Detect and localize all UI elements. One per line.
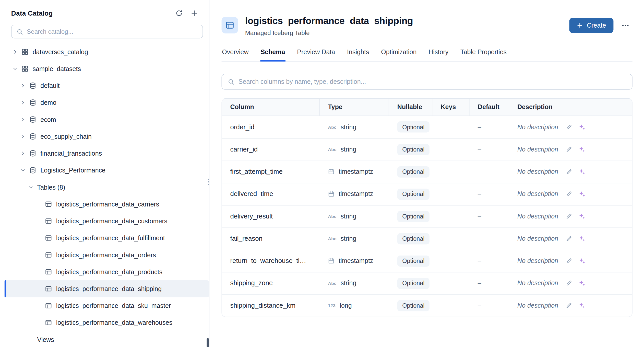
ai-generate-description-button[interactable] xyxy=(578,123,586,131)
type-label: timestamptz xyxy=(339,190,373,198)
catalog-search xyxy=(11,25,203,38)
ai-generate-description-button[interactable] xyxy=(578,235,586,242)
cell-description: No description xyxy=(509,146,632,153)
column-header-nullable: Nullable xyxy=(389,99,433,115)
type-label: timestamptz xyxy=(339,257,373,265)
sparkle-icon xyxy=(579,169,586,175)
refresh-icon xyxy=(175,9,183,17)
edit-description-button[interactable] xyxy=(565,257,573,265)
database-icon xyxy=(29,82,36,89)
pencil-icon xyxy=(566,169,572,175)
table-row-order-id: order_idAbcstringOptional–No description xyxy=(222,116,632,138)
catalog-search-input[interactable] xyxy=(27,28,198,35)
chevron-right-icon xyxy=(20,100,26,105)
tree-item-sample-datasets[interactable]: sample_datasets xyxy=(5,60,209,77)
ai-generate-description-button[interactable] xyxy=(578,213,586,220)
tree-item-demo[interactable]: demo xyxy=(5,94,209,111)
column-header-keys: Keys xyxy=(432,99,469,115)
tree-item-logistics-performance-data-fulfillment[interactable]: logistics_performance_data_fulfillment xyxy=(5,229,209,246)
add-catalog-button[interactable] xyxy=(190,9,198,17)
edit-description-button[interactable] xyxy=(565,302,573,309)
tree-item-ecom[interactable]: ecom xyxy=(5,111,209,128)
tree-item-tables-8[interactable]: Tables (8) xyxy=(5,179,209,196)
description-text: No description xyxy=(517,213,558,220)
tab-table-properties[interactable]: Table Properties xyxy=(460,44,507,61)
tree-item-label: eco_supply_chain xyxy=(40,133,91,140)
edit-description-button[interactable] xyxy=(565,123,573,131)
cell-description: No description xyxy=(509,213,632,220)
pencil-icon xyxy=(566,280,572,287)
nullable-badge: Optional xyxy=(397,144,430,155)
tree-item-logistics-performance-data-products[interactable]: logistics_performance_data_products xyxy=(5,263,209,280)
tree-item-logistics-performance-data-warehouses[interactable]: logistics_performance_data_warehouses xyxy=(5,314,209,331)
type-label: long xyxy=(340,302,352,309)
tree-item-logistics-performance-data-customers[interactable]: logistics_performance_data_customers xyxy=(5,213,209,229)
database-icon xyxy=(29,116,36,123)
catalog-icon xyxy=(21,48,28,55)
database-icon xyxy=(29,150,36,157)
tree-item-default[interactable]: default xyxy=(5,77,209,94)
edit-description-button[interactable] xyxy=(565,213,573,220)
tree-item-logistics-performance-data-sku-master[interactable]: logistics_performance_data_sku_master xyxy=(5,297,209,314)
tree-item-eco-supply-chain[interactable]: eco_supply_chain xyxy=(5,128,209,145)
tree-item-label: default xyxy=(40,82,59,89)
tab-history[interactable]: History xyxy=(428,44,449,61)
tree-item-logistics-performance-data-orders[interactable]: logistics_performance_data_orders xyxy=(5,247,209,263)
cell-nullable: Optional xyxy=(389,121,433,133)
description-text: No description xyxy=(517,280,558,287)
type-label: string xyxy=(341,235,356,242)
more-options-button[interactable] xyxy=(618,18,633,32)
page-subtitle: Managed Iceberg Table xyxy=(245,29,413,36)
refresh-button[interactable] xyxy=(175,9,183,17)
tab-overview[interactable]: Overview xyxy=(222,44,249,61)
cell-type: Abcstring xyxy=(320,280,389,287)
column-header-column: Column xyxy=(222,99,320,115)
tab-insights[interactable]: Insights xyxy=(347,44,370,61)
cell-type: Abcstring xyxy=(320,146,389,153)
tree-item-label: demo xyxy=(40,99,56,106)
create-button[interactable]: Create xyxy=(569,18,613,33)
calendar-icon xyxy=(328,258,335,264)
edit-description-button[interactable] xyxy=(565,168,573,176)
column-search-input[interactable] xyxy=(238,78,626,85)
tree-item-label: sample_datasets xyxy=(33,65,81,72)
cell-type: Abcstring xyxy=(320,123,389,131)
sidebar-scrollbar-thumb[interactable] xyxy=(207,338,209,347)
more-icon xyxy=(621,21,629,29)
sidebar-title: Data Catalog xyxy=(11,9,53,17)
description-text: No description xyxy=(517,123,558,131)
table-icon xyxy=(45,302,52,309)
table-row-delivered-time: delivered_timetimestamptzOptional–No des… xyxy=(222,183,632,205)
edit-description-button[interactable] xyxy=(565,235,573,242)
ai-generate-description-button[interactable] xyxy=(578,280,586,287)
tree-item-label: logistics_performance_data_products xyxy=(56,268,162,275)
sidebar-resize-handle[interactable] xyxy=(207,175,210,188)
text-type-icon: Abc xyxy=(328,125,337,130)
ai-generate-description-button[interactable] xyxy=(578,146,586,153)
ai-generate-description-button[interactable] xyxy=(578,190,586,198)
tree-item-logistics-performance-data-shipping[interactable]: logistics_performance_data_shipping xyxy=(5,280,209,297)
tab-schema[interactable]: Schema xyxy=(260,44,285,61)
table-icon xyxy=(225,21,234,30)
sparkle-icon xyxy=(579,191,586,198)
edit-description-button[interactable] xyxy=(565,146,573,153)
tree-item-logistics-performance[interactable]: Logistics_Performance xyxy=(5,162,209,179)
cell-default: – xyxy=(470,280,509,287)
tab-optimization[interactable]: Optimization xyxy=(381,44,417,61)
table-row-fail-reason: fail_reasonAbcstringOptional–No descript… xyxy=(222,227,632,250)
tree-item-views[interactable]: Views xyxy=(5,331,209,347)
table-icon xyxy=(45,268,52,275)
cell-type: timestamptz xyxy=(320,168,389,176)
edit-description-button[interactable] xyxy=(565,190,573,198)
tab-preview-data[interactable]: Preview Data xyxy=(297,44,336,61)
tree-item-dataverses-catalog[interactable]: dataverses_catalog xyxy=(5,43,209,60)
ai-generate-description-button[interactable] xyxy=(578,168,586,176)
ai-generate-description-button[interactable] xyxy=(578,257,586,265)
edit-description-button[interactable] xyxy=(565,280,573,287)
tree-item-logistics-performance-data-carriers[interactable]: logistics_performance_data_carriers xyxy=(5,196,209,213)
tree-item-financial-transactions[interactable]: financial_transactions xyxy=(5,145,209,162)
cell-type: Abcstring xyxy=(320,213,389,220)
nullable-badge: Optional xyxy=(397,278,430,289)
tree-item-label: logistics_performance_data_fulfillment xyxy=(56,234,165,242)
ai-generate-description-button[interactable] xyxy=(578,302,586,309)
